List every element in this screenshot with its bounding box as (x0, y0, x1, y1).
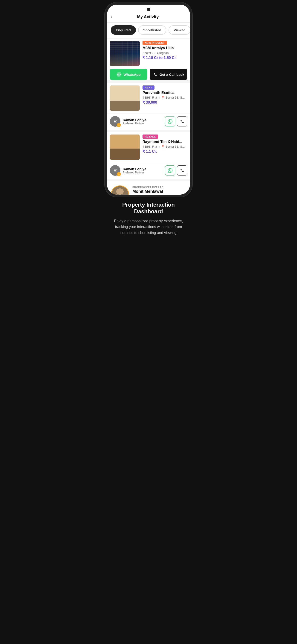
agent-name-2: Raman Lohiya (123, 118, 165, 122)
prop-price-2: ₹ 30,000 (142, 100, 187, 104)
agent-info-2: Raman Lohiya Preferred Partner (123, 118, 165, 125)
agent-avatar-2: R 👑 (110, 116, 120, 127)
agent-tag-2: Preferred Partner (123, 122, 165, 125)
phone-icon (153, 72, 158, 77)
agent-name-3: Raman Lohiya (123, 167, 165, 171)
prop-name-2: Parsvnath Exotica (142, 90, 187, 95)
agent-actions-3 (165, 166, 187, 176)
callback-label: Get a Call back (160, 72, 184, 76)
tabs-bar: Enquired Shortlisted Viewed (107, 22, 190, 38)
prop-name-1: M3M Antalya Hills (142, 46, 187, 50)
prop-details-1: NEW PROJECT M3M Antalya Hills Sector 79,… (142, 41, 187, 66)
location-pin-3: 📍 (161, 145, 164, 148)
property-card-1: NEW PROJECT M3M Antalya Hills Sector 79,… (107, 38, 190, 80)
crown-badge-2: 👑 (117, 123, 121, 127)
agent-row-3: R 👑 Raman Lohiya Preferred Partner (107, 162, 190, 179)
agent-row-2: R 👑 Raman Lohiya Preferred Partner (107, 114, 190, 130)
badge-rent: RENT (142, 86, 154, 90)
whatsapp-button-1[interactable]: WhatsApp (110, 69, 147, 80)
page-title: My Activity (115, 14, 181, 19)
prop-name-3: Raymond Ten X Habi... (142, 140, 187, 144)
badge-resale: RESALE (142, 134, 158, 139)
person-head (116, 188, 124, 195)
profile-avatar-wrap: 👑 (111, 186, 129, 195)
tab-viewed[interactable]: Viewed (168, 25, 190, 35)
back-button[interactable]: ‹ (111, 14, 112, 20)
prop-sub-2: 4 BHK Flat in 📍 Sector 53, G... (142, 96, 187, 99)
card-top-2: RENT Parsvnath Exotica 4 BHK Flat in 📍 S… (107, 83, 190, 114)
profile-location: Gurgaon (159, 194, 171, 195)
agent-phone-btn-2[interactable] (177, 116, 187, 126)
agent-actions-2 (165, 116, 187, 126)
page-wrapper: ‹ My Activity Enquired Shortlisted Viewe… (104, 4, 194, 240)
tab-shortlisted[interactable]: Shortlisted (138, 25, 166, 35)
camera-dot (147, 8, 150, 11)
building-lines (110, 41, 140, 66)
tab-enquired[interactable]: Enquired (111, 25, 136, 35)
property-image-1 (110, 41, 140, 66)
profile-info: PROPROCKET PVT LTD Mohit Mehlawat Prefer… (132, 186, 186, 195)
agent-whatsapp-btn-3[interactable] (165, 166, 175, 176)
whatsapp-icon (116, 72, 122, 77)
profile-company: PROPROCKET PVT LTD (132, 186, 186, 189)
property-image-3 (110, 134, 140, 160)
bottom-section: Property Interaction Dashboard Enjoy a p… (107, 195, 190, 240)
agent-whatsapp-btn-2[interactable] (165, 116, 175, 126)
property-card-2: RENT Parsvnath Exotica 4 BHK Flat in 📍 S… (107, 83, 190, 130)
card-actions-1: WhatsApp Get a Call back (110, 69, 187, 80)
location-pin-2: 📍 (161, 96, 164, 99)
prop-sub-3: 4 BHK Flat in 📍 Sector 53, G... (142, 145, 187, 148)
agent-info-3: Raman Lohiya Preferred Partner (123, 167, 165, 174)
whatsapp-label: WhatsApp (124, 72, 140, 76)
bottom-description: Enjoy a personalized property experience… (112, 218, 185, 236)
card-top-1: NEW PROJECT M3M Antalya Hills Sector 79,… (107, 38, 190, 69)
property-image-2 (110, 86, 140, 111)
card-top-3: RESALE Raymond Ten X Habi... 4 BHK Flat … (107, 132, 190, 162)
phone-top (107, 4, 190, 12)
property-card-3: RESALE Raymond Ten X Habi... 4 BHK Flat … (107, 132, 190, 179)
crown-badge-3: 👑 (117, 172, 121, 176)
agent-phone-btn-3[interactable] (177, 166, 187, 176)
profile-card: 👑 PROPROCKET PVT LTD Mohit Mehlawat Pref… (107, 181, 190, 195)
app-header: ‹ My Activity (107, 12, 190, 22)
prop-price-1: ₹ 1.10 Cr to 1.50 Cr (142, 56, 187, 60)
person-silhouette (112, 186, 128, 195)
prop-details-2: RENT Parsvnath Exotica 4 BHK Flat in 📍 S… (142, 86, 187, 111)
callback-button-1[interactable]: Get a Call back (150, 69, 187, 80)
bottom-title: Property Interaction Dashboard (112, 202, 185, 215)
profile-meta: Preferred Partner Gurgaon (132, 194, 186, 195)
profile-avatar (111, 186, 129, 195)
content-area[interactable]: NEW PROJECT M3M Antalya Hills Sector 79,… (107, 38, 190, 195)
badge-new-project: NEW PROJECT (142, 41, 167, 45)
prop-details-3: RESALE Raymond Ten X Habi... 4 BHK Flat … (142, 134, 187, 160)
phone-frame: ‹ My Activity Enquired Shortlisted Viewe… (107, 4, 190, 195)
profile-name: Mohit Mehlawat (132, 189, 186, 194)
prop-price-3: ₹ 1.1 Cr. (142, 149, 187, 154)
prop-location-1: Sector 79, Gurgaon (142, 51, 187, 54)
agent-tag-3: Preferred Partner (123, 171, 165, 174)
profile-tag: Preferred Partner (132, 194, 156, 195)
agent-avatar-3: R 👑 (110, 165, 120, 176)
